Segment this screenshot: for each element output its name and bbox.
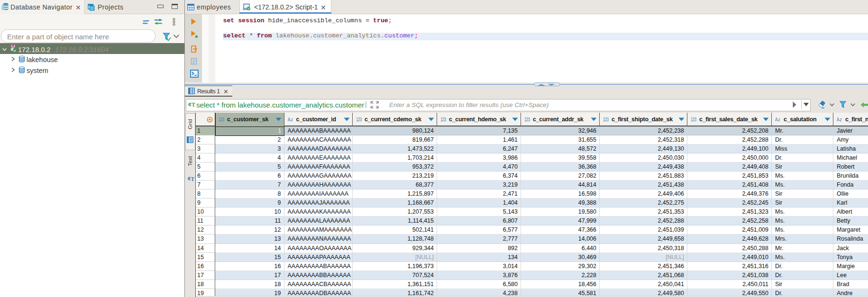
svg-text:T: T [191, 176, 195, 182]
svg-text:T: T [192, 101, 195, 108]
